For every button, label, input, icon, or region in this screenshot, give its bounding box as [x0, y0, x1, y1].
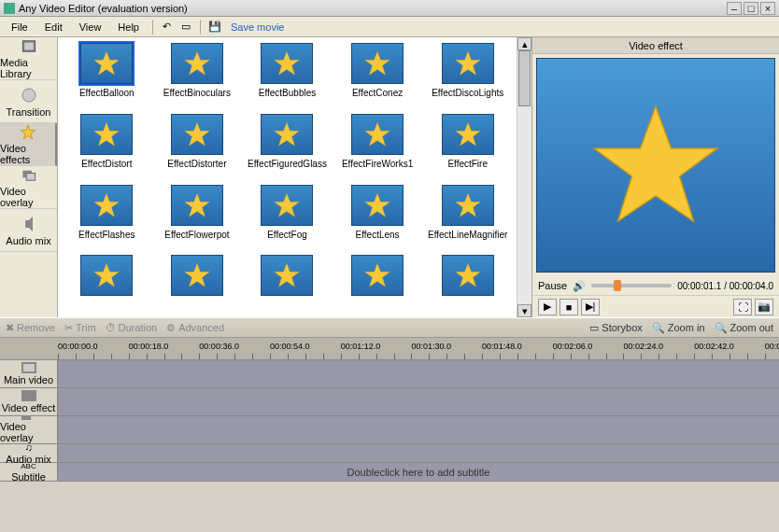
redo-icon[interactable]: ▭ — [177, 19, 194, 35]
gallery-thumb — [261, 185, 313, 226]
gallery-thumb — [80, 43, 133, 84]
svg-marker-22 — [184, 263, 209, 287]
minimize-button[interactable]: – — [727, 2, 742, 15]
gallery-item[interactable] — [154, 255, 241, 312]
sidebar-label: Audio mix — [6, 235, 50, 246]
ruler-tick — [676, 354, 677, 359]
sidebar-item-audio-mix[interactable]: Audio mix — [0, 209, 57, 252]
ruler-tick — [288, 354, 289, 359]
sidebar-item-transition[interactable]: Transition — [0, 80, 57, 123]
track-subtitle[interactable]: ABC Subtitle Doubleclick here to add sub… — [0, 463, 779, 482]
gallery-thumb — [261, 114, 313, 155]
sidebar-item-video-effects[interactable]: Video effects — [0, 123, 57, 166]
fullscreen-button[interactable]: ⛶ — [733, 299, 752, 315]
save-movie-link[interactable]: Save movie — [231, 21, 284, 33]
volume-icon[interactable]: 🔊 — [573, 280, 586, 292]
gallery-item[interactable]: EffectBubbles — [244, 43, 331, 110]
text-icon: ABC — [21, 462, 35, 470]
gallery-thumb — [80, 255, 133, 296]
scroll-down-button[interactable]: ▾ — [517, 304, 531, 317]
gallery-item[interactable] — [244, 255, 331, 312]
gallery-thumb — [351, 185, 404, 226]
ruler-tick — [164, 354, 165, 359]
undo-icon[interactable]: ↶ — [159, 19, 176, 35]
track-content[interactable] — [58, 444, 779, 462]
gallery-item[interactable]: EffectLens — [334, 185, 421, 252]
gallery-item[interactable]: EffectDistorter — [154, 114, 241, 181]
gallery-item[interactable]: EffectDistort — [64, 114, 150, 181]
svg-marker-3 — [21, 125, 35, 139]
gallery-item[interactable]: EffectConez — [334, 43, 421, 110]
menu-help[interactable]: Help — [110, 20, 147, 35]
gallery-item[interactable]: EffectDiscoLights — [424, 43, 511, 110]
svg-rect-1 — [24, 43, 34, 50]
track-content[interactable] — [58, 360, 779, 387]
scroll-up-button[interactable]: ▴ — [517, 37, 531, 50]
ruler-tick — [252, 354, 253, 359]
gallery-thumb — [442, 114, 494, 155]
preview-panel: Video effect Pause 🔊 00:00:01.1 / 00:00:… — [531, 37, 779, 317]
track-video-effect[interactable]: Video effect — [0, 388, 779, 416]
zoom-out-button[interactable]: 🔍 Zoom out — [715, 322, 773, 334]
timeline-ruler[interactable]: 00:00:00.000:00:18.000:00:36.000:00:54.0… — [0, 338, 779, 360]
close-button[interactable]: × — [760, 2, 775, 15]
track-main-video[interactable]: Main video — [0, 360, 779, 388]
track-video-overlay[interactable]: Video overlay — [0, 416, 779, 444]
gallery-item[interactable]: EffectBinoculars — [154, 43, 241, 110]
gallery-scrollbar[interactable]: ▴ ▾ — [517, 37, 531, 317]
edit-toolbar: ✖ Remove ✂ Trim ⏱ Duration ⚙ Advanced ▭ … — [0, 317, 779, 338]
gallery-item[interactable] — [64, 255, 150, 312]
gallery-item[interactable]: EffectFlowerpot — [154, 185, 241, 252]
track-content[interactable] — [58, 416, 779, 443]
next-button[interactable]: ▶| — [581, 299, 600, 315]
gallery-thumb — [171, 114, 223, 155]
sidebar-label: Video effects — [0, 143, 55, 165]
gallery-item[interactable] — [334, 255, 421, 312]
storybox-button[interactable]: ▭ Storybox — [589, 322, 642, 334]
gallery-thumb — [261, 255, 313, 296]
star-icon — [92, 260, 121, 290]
gallery-item[interactable]: EffectLineMagnifier — [424, 185, 511, 252]
menu-view[interactable]: View — [72, 20, 109, 35]
subtitle-track-content[interactable]: Doubleclick here to add subtitle — [58, 463, 779, 481]
gallery-item[interactable]: EffectFlashes — [64, 185, 150, 252]
gallery-item[interactable]: EffectFog — [244, 185, 331, 252]
zoom-in-button[interactable]: 🔍 Zoom in — [652, 322, 705, 334]
sidebar-item-video-overlay[interactable]: Video overlay — [0, 166, 57, 209]
ruler-mark: 00:02:24.0 — [623, 342, 663, 351]
gallery-thumb — [171, 255, 223, 296]
gallery-item[interactable]: EffectFireWorks1 — [334, 114, 421, 181]
gallery-item[interactable]: EffectFiguredGlass — [244, 114, 331, 181]
seek-slider[interactable] — [591, 284, 672, 287]
gallery-item[interactable] — [424, 255, 511, 312]
stop-button[interactable]: ■ — [559, 299, 578, 315]
gallery-thumb — [80, 114, 133, 155]
maximize-button[interactable]: □ — [744, 2, 758, 15]
save-icon[interactable]: 💾 — [206, 19, 223, 35]
effects-gallery: EffectBalloonEffectBinocularsEffectBubbl… — [58, 37, 531, 317]
gallery-item[interactable]: EffectBalloon — [64, 43, 150, 110]
gallery-thumb — [80, 185, 133, 226]
sidebar-item-media-library[interactable]: Media Library — [0, 37, 57, 80]
star-icon — [272, 49, 302, 78]
svg-marker-16 — [94, 193, 120, 217]
svg-point-2 — [22, 89, 35, 102]
gallery-label: EffectFog — [267, 230, 307, 240]
sidebar-label: Transition — [7, 106, 51, 118]
snapshot-button[interactable]: 📷 — [755, 299, 773, 315]
ruler-mark: 00:01:30.0 — [411, 342, 451, 351]
star-icon — [182, 260, 212, 290]
gallery-item[interactable]: EffectFire — [424, 114, 511, 181]
scroll-thumb[interactable] — [518, 50, 531, 106]
track-audio-mix[interactable]: ♫ Audio mix — [0, 444, 779, 463]
svg-rect-29 — [21, 390, 36, 401]
advanced-button: ⚙ Advanced — [166, 322, 224, 334]
track-content[interactable] — [58, 388, 779, 415]
seek-thumb[interactable] — [614, 280, 621, 291]
play-button[interactable]: ▶ — [538, 299, 557, 315]
menu-edit[interactable]: Edit — [37, 20, 70, 35]
ruler-tick — [641, 354, 642, 359]
svg-marker-8 — [275, 51, 300, 75]
menu-file[interactable]: File — [4, 20, 35, 35]
gallery-label: EffectDistort — [81, 159, 132, 169]
